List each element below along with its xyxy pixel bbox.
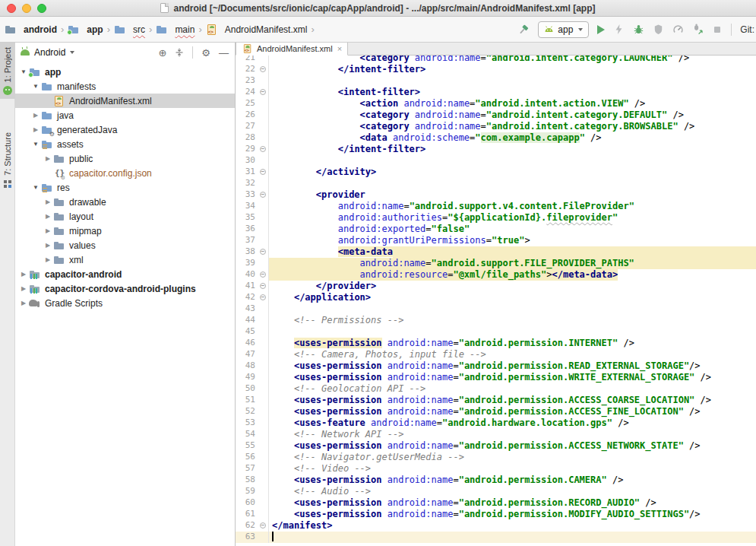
tree-item-java[interactable]: ▶java xyxy=(15,108,235,122)
code-line[interactable]: 55 <uses-permission android:name="androi… xyxy=(236,440,756,452)
project-tool-button[interactable]: 1: Project xyxy=(0,43,15,99)
tree-expand-arrow-icon[interactable]: ▶ xyxy=(43,227,53,234)
tree-expand-arrow-icon[interactable]: ▶ xyxy=(43,155,53,162)
code-line[interactable]: 31− </activity> xyxy=(236,167,756,178)
code-line[interactable]: 47 <!-- Camera, Photos, input file --> xyxy=(236,349,756,360)
structure-tool-button[interactable]: 7: Structure xyxy=(0,128,15,192)
code-line[interactable]: 46 <uses-permission android:name="androi… xyxy=(236,338,756,349)
tree-item-manifests[interactable]: ▼manifests xyxy=(15,79,235,94)
collapse-all-icon[interactable] xyxy=(175,48,184,57)
tree-item-app[interactable]: ▼app xyxy=(15,65,235,79)
tree-expand-arrow-icon[interactable]: ▶ xyxy=(18,271,29,278)
tree-item-generatedjava[interactable]: ▶⚙generatedJava xyxy=(15,122,235,137)
locate-icon[interactable]: ⊕ xyxy=(158,48,166,58)
stop-button[interactable] xyxy=(712,24,723,35)
fold-marker-icon[interactable]: − xyxy=(259,189,269,201)
code-line[interactable]: 22− </intent-filter> xyxy=(236,64,756,75)
code-line[interactable]: 61 <uses-permission android:name="androi… xyxy=(236,509,756,520)
apply-changes-lightning-icon[interactable] xyxy=(613,24,625,35)
tree-item-mipmap[interactable]: ▶mipmap xyxy=(15,224,235,238)
code-line[interactable]: 63 xyxy=(236,532,756,543)
code-line[interactable]: 25 <action android:name="android.intent.… xyxy=(236,98,756,110)
tree-item-capacitor-cordova-android-plugins[interactable]: ▶capacitor-cordova-android-plugins xyxy=(15,281,235,296)
chevron-down-icon[interactable] xyxy=(70,51,74,54)
run-with-coverage-icon[interactable] xyxy=(653,24,664,35)
minimize-window-button[interactable] xyxy=(22,4,31,13)
code-line[interactable]: 28 <data android:scheme="com.example.cap… xyxy=(236,132,756,144)
zoom-window-button[interactable] xyxy=(37,4,46,13)
tab-close-icon[interactable]: × xyxy=(337,44,342,53)
tree-item-public[interactable]: ▶public xyxy=(15,151,235,166)
tree-expand-arrow-icon[interactable]: ▶ xyxy=(30,112,41,119)
fold-marker-icon[interactable]: − xyxy=(259,246,269,258)
code-line[interactable]: 59 <!-- Audio --> xyxy=(236,486,756,497)
code-line[interactable]: 27 <category android:name="android.inten… xyxy=(236,121,756,132)
settings-gear-icon[interactable]: ⚙ xyxy=(201,48,210,58)
tree-expand-arrow-icon[interactable]: ▶ xyxy=(18,285,29,292)
code-line[interactable]: 32 xyxy=(236,178,756,189)
git-menu-label[interactable]: Git: xyxy=(740,24,754,35)
code-line[interactable]: 62−</manifest> xyxy=(236,520,756,532)
project-view-selector[interactable]: Android xyxy=(34,47,65,58)
tree-expand-arrow-icon[interactable]: ▶ xyxy=(43,198,53,205)
tree-expand-arrow-icon[interactable]: ▼ xyxy=(30,141,41,148)
code-editor[interactable]: 21 <category android:name="android.inten… xyxy=(236,56,756,546)
run-button[interactable] xyxy=(597,25,605,34)
code-line[interactable]: 30 xyxy=(236,155,756,167)
build-hammer-icon[interactable] xyxy=(517,24,530,36)
breadcrumb-item[interactable]: android xyxy=(5,24,57,36)
tree-item-capacitor-config-json[interactable]: {}⚙capacitor.config.json xyxy=(15,166,235,180)
run-configuration-selector[interactable]: app xyxy=(538,21,589,38)
profiler-gauge-icon[interactable] xyxy=(672,24,684,35)
code-line[interactable]: 60 <uses-permission android:name="androi… xyxy=(236,497,756,509)
code-line[interactable]: 24− <intent-filter> xyxy=(236,87,756,98)
fold-marker-icon[interactable]: − xyxy=(259,269,269,281)
code-line[interactable]: 42− </application> xyxy=(236,292,756,303)
close-window-button[interactable] xyxy=(7,4,16,13)
fold-marker-icon[interactable]: − xyxy=(259,167,269,178)
tree-item-androidmanifest-xml[interactable]: <>AndroidManifest.xml xyxy=(15,94,235,108)
code-line[interactable]: 54 <!-- Network API --> xyxy=(236,429,756,440)
code-line[interactable]: 56 <!-- Navigator.getUserMedia --> xyxy=(236,452,756,463)
tree-item-res[interactable]: ▼res xyxy=(15,180,235,195)
tree-item-xml[interactable]: ▶xml xyxy=(15,252,235,267)
tree-expand-arrow-icon[interactable]: ▼ xyxy=(30,83,41,90)
code-line[interactable]: 40− android:resource="@xml/file_paths"><… xyxy=(236,269,756,281)
code-line[interactable]: 50 <!-- Geolocation API --> xyxy=(236,383,756,395)
fold-marker-icon[interactable]: − xyxy=(259,144,269,155)
code-line[interactable]: 23 xyxy=(236,75,756,87)
code-line[interactable]: 34 android:name="android.support.v4.cont… xyxy=(236,201,756,212)
breadcrumb-item[interactable]: src xyxy=(114,24,145,36)
code-line[interactable]: 51 <uses-permission android:name="androi… xyxy=(236,395,756,406)
code-line[interactable]: 38− <meta-data xyxy=(236,246,756,258)
fold-marker-icon[interactable]: − xyxy=(259,64,269,75)
attach-debugger-icon[interactable] xyxy=(692,24,704,35)
tab-androidmanifest[interactable]: <> AndroidManifest.xml × xyxy=(236,43,348,56)
code-line[interactable]: 49 <uses-permission android:name="androi… xyxy=(236,372,756,383)
tree-expand-arrow-icon[interactable]: ▶ xyxy=(18,300,29,306)
code-line[interactable]: 58 <uses-permission android:name="androi… xyxy=(236,475,756,486)
tree-expand-arrow-icon[interactable]: ▶ xyxy=(43,256,53,263)
code-line[interactable]: 41− </provider> xyxy=(236,281,756,292)
code-line[interactable]: 36 android:exported="false" xyxy=(236,224,756,235)
code-line[interactable]: 29− </intent-filter> xyxy=(236,144,756,155)
fold-marker-icon[interactable]: − xyxy=(259,281,269,292)
code-line[interactable]: 45 xyxy=(236,326,756,338)
tree-expand-arrow-icon[interactable]: ▶ xyxy=(30,126,41,133)
code-line[interactable]: 48 <uses-permission android:name="androi… xyxy=(236,360,756,372)
tree-expand-arrow-icon[interactable]: ▶ xyxy=(43,213,53,220)
code-line[interactable]: 37 android:grantUriPermissions="true"> xyxy=(236,235,756,246)
breadcrumb-item[interactable]: main xyxy=(156,24,195,36)
code-line[interactable]: 35 android:authorities="${applicationId}… xyxy=(236,212,756,224)
hide-panel-icon[interactable]: — xyxy=(219,48,229,58)
tree-item-capacitor-android[interactable]: ▶capacitor-android xyxy=(15,267,235,281)
fold-marker-icon[interactable]: − xyxy=(259,87,269,98)
debug-bug-icon[interactable] xyxy=(633,24,644,35)
code-line[interactable]: 43 xyxy=(236,303,756,315)
tree-item-drawable[interactable]: ▶drawable xyxy=(15,195,235,209)
code-line[interactable]: 44 <!-- Permissions --> xyxy=(236,315,756,326)
tree-item-values[interactable]: ▶values xyxy=(15,238,235,252)
code-line[interactable]: 26 <category android:name="android.inten… xyxy=(236,110,756,121)
tree-item-assets[interactable]: ▼assets xyxy=(15,137,235,151)
tree-expand-arrow-icon[interactable]: ▶ xyxy=(43,242,53,249)
